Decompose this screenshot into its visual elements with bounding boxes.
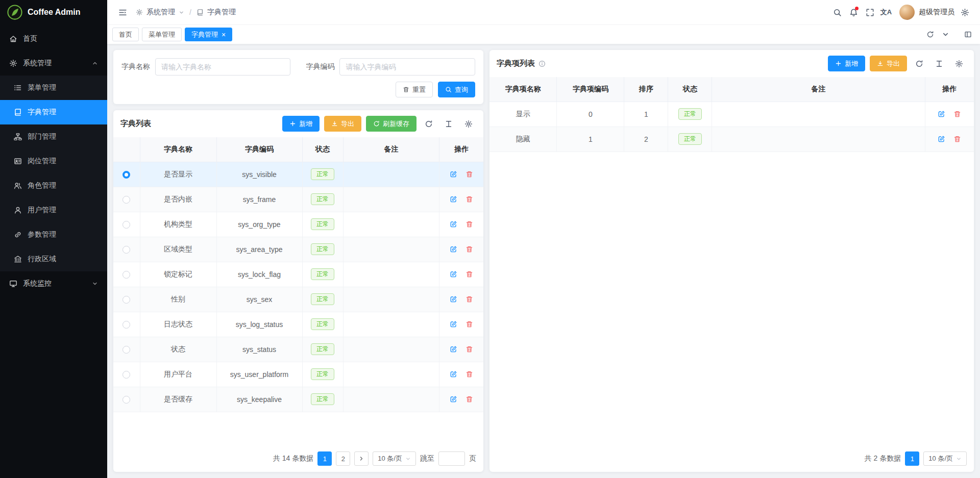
dict-table-wrap: 字典名称 字典编码 状态 备注 操作 是否显示sys_visible正常是否内嵌…: [113, 137, 483, 412]
tab-home[interactable]: 首页: [112, 28, 139, 41]
add-dict-item-button[interactable]: 新增: [828, 56, 865, 71]
edit-icon[interactable]: [938, 135, 945, 143]
edit-icon[interactable]: [450, 195, 457, 203]
settings-gear-icon[interactable]: [957, 4, 973, 20]
sidebar-item-monitor[interactable]: 系统监控: [0, 271, 107, 296]
sidebar-item-menu[interactable]: 菜单管理: [0, 76, 107, 100]
next-page-button[interactable]: [354, 451, 369, 466]
notification-bell-icon[interactable]: [845, 4, 862, 20]
delete-icon[interactable]: [465, 195, 473, 203]
reset-button[interactable]: 重置: [396, 82, 433, 97]
sidebar-item-dept[interactable]: 部门管理: [0, 124, 107, 149]
collapse-sidebar-icon[interactable]: [114, 4, 131, 20]
edit-icon[interactable]: [450, 295, 457, 303]
refresh-table-icon[interactable]: [912, 56, 927, 71]
delete-icon[interactable]: [465, 270, 473, 278]
tab-menu-chevron-down-icon[interactable]: [938, 28, 952, 42]
query-button[interactable]: 查询: [438, 82, 475, 97]
page-size-select[interactable]: 10 条/页: [923, 451, 967, 466]
refresh-tab-icon[interactable]: [923, 28, 937, 42]
delete-icon[interactable]: [953, 135, 961, 143]
sidebar-item-post[interactable]: 岗位管理: [0, 149, 107, 173]
refresh-cache-button[interactable]: 刷新缓存: [366, 116, 416, 132]
close-tab-icon[interactable]: ×: [222, 31, 226, 38]
tab-menu-management[interactable]: 菜单管理: [142, 28, 182, 41]
row-select-radio[interactable]: [122, 371, 130, 379]
dict-table-row[interactable]: 是否内嵌sys_frame正常: [113, 187, 483, 212]
table-settings-gear-icon[interactable]: [951, 56, 967, 71]
info-circle-icon[interactable]: [538, 60, 546, 67]
page-button-1[interactable]: 1: [905, 451, 919, 466]
sidebar-item-role[interactable]: 角色管理: [0, 173, 107, 198]
dict-item-table-row[interactable]: 显示01正常: [489, 102, 974, 127]
row-select-radio[interactable]: [122, 221, 130, 229]
layout-icon[interactable]: [961, 28, 975, 42]
dict-table-row[interactable]: 性别sys_sex正常: [113, 287, 483, 312]
sidebar-item-home[interactable]: 首页: [0, 27, 107, 51]
edit-icon[interactable]: [450, 270, 457, 278]
edit-icon[interactable]: [450, 220, 457, 228]
column-settings-icon[interactable]: [441, 116, 456, 132]
translate-icon[interactable]: 文A: [878, 4, 894, 20]
delete-icon[interactable]: [465, 295, 473, 303]
dict-table-row[interactable]: 锁定标记sys_lock_flag正常: [113, 262, 483, 287]
breadcrumb-level2[interactable]: 字典管理: [207, 8, 236, 17]
page-button-1[interactable]: 1: [317, 451, 332, 466]
edit-icon[interactable]: [450, 345, 457, 353]
page-size-select[interactable]: 10 条/页: [373, 451, 416, 466]
dict-item-table-row[interactable]: 隐藏12正常: [489, 127, 974, 152]
delete-icon[interactable]: [465, 395, 473, 403]
tab-dict-management[interactable]: 字典管理×: [185, 28, 232, 41]
delete-icon[interactable]: [465, 370, 473, 378]
fullscreen-icon[interactable]: [862, 4, 878, 20]
jump-page-input[interactable]: [438, 451, 465, 466]
row-select-radio[interactable]: [122, 246, 130, 254]
dict-table-row[interactable]: 用户平台sys_user_platform正常: [113, 362, 483, 387]
table-settings-gear-icon[interactable]: [461, 116, 476, 132]
delete-icon[interactable]: [465, 220, 473, 228]
col-dict-code: 字典编码: [216, 137, 302, 162]
dict-table-row[interactable]: 是否缓存sys_keepalive正常: [113, 387, 483, 412]
sidebar-item-system[interactable]: 系统管理: [0, 51, 107, 76]
delete-icon[interactable]: [465, 320, 473, 328]
dict-table-row[interactable]: 状态sys_status正常: [113, 337, 483, 362]
page-button-2[interactable]: 2: [336, 451, 350, 466]
refresh-table-icon[interactable]: [421, 116, 436, 132]
row-select-radio[interactable]: [122, 321, 130, 329]
dict-table-row[interactable]: 机构类型sys_org_type正常: [113, 212, 483, 237]
row-select-radio[interactable]: [122, 396, 130, 404]
dict-name-input[interactable]: [155, 58, 290, 76]
edit-icon[interactable]: [450, 370, 457, 378]
username[interactable]: 超级管理员: [919, 8, 954, 17]
breadcrumb-level1[interactable]: 系统管理: [146, 8, 175, 17]
edit-icon[interactable]: [450, 395, 457, 403]
row-select-radio[interactable]: [122, 196, 130, 204]
delete-icon[interactable]: [465, 245, 473, 253]
dict-table-row[interactable]: 日志状态sys_log_status正常: [113, 312, 483, 337]
delete-icon[interactable]: [465, 170, 473, 178]
sidebar-item-param[interactable]: 参数管理: [0, 222, 107, 247]
sidebar-item-user[interactable]: 用户管理: [0, 198, 107, 222]
search-icon[interactable]: [829, 4, 845, 20]
export-dict-items-button[interactable]: 导出: [870, 56, 907, 71]
export-dict-button[interactable]: 导出: [324, 116, 361, 132]
sidebar-item-region[interactable]: 行政区域: [0, 247, 107, 271]
avatar[interactable]: [899, 5, 915, 20]
delete-icon[interactable]: [953, 110, 961, 118]
add-dict-button[interactable]: 新增: [282, 116, 320, 132]
row-select-radio[interactable]: [122, 171, 130, 179]
status-badge: 正常: [311, 318, 334, 331]
dict-table-row[interactable]: 是否显示sys_visible正常: [113, 162, 483, 187]
delete-icon[interactable]: [465, 345, 473, 353]
edit-icon[interactable]: [450, 170, 457, 178]
edit-icon[interactable]: [938, 110, 945, 118]
dict-table-row[interactable]: 区域类型sys_area_type正常: [113, 237, 483, 262]
edit-icon[interactable]: [450, 320, 457, 328]
edit-icon[interactable]: [450, 245, 457, 253]
column-settings-icon[interactable]: [932, 56, 947, 71]
row-select-radio[interactable]: [122, 346, 130, 354]
dict-code-input[interactable]: [339, 58, 475, 76]
row-select-radio[interactable]: [122, 296, 130, 304]
sidebar-item-dict[interactable]: 字典管理: [0, 100, 107, 124]
row-select-radio[interactable]: [122, 271, 130, 279]
